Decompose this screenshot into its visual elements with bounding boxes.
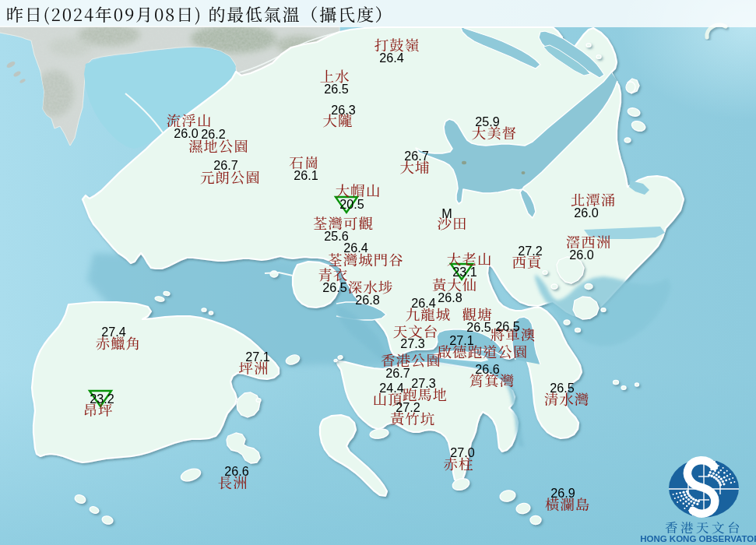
svg-text:27.1: 27.1 — [245, 350, 270, 364]
svg-text:26.9: 26.9 — [550, 486, 575, 500]
svg-text:26.5: 26.5 — [324, 82, 349, 96]
svg-text:27.3: 27.3 — [411, 376, 436, 390]
svg-text:26.5: 26.5 — [495, 319, 520, 333]
svg-text:27.4: 27.4 — [101, 325, 126, 339]
svg-text:27.2: 27.2 — [518, 244, 543, 258]
svg-text:26.8: 26.8 — [355, 293, 380, 307]
svg-text:27.0: 27.0 — [450, 445, 475, 459]
svg-text:26.0: 26.0 — [574, 206, 599, 220]
svg-text:26.4: 26.4 — [411, 296, 436, 310]
svg-text:26.5: 26.5 — [550, 381, 575, 395]
svg-text:27.1: 27.1 — [449, 333, 474, 347]
svg-text:HONG KONG OBSERVATORY: HONG KONG OBSERVATORY — [640, 534, 756, 543]
svg-text:昨日(2024年09月08日) 的最低氣溫（攝氏度）: 昨日(2024年09月08日) 的最低氣溫（攝氏度） — [6, 2, 393, 26]
svg-text:26.4: 26.4 — [379, 51, 404, 65]
svg-text:M: M — [441, 206, 452, 220]
svg-text:23.2: 23.2 — [90, 392, 114, 406]
svg-text:27.2: 27.2 — [396, 400, 420, 414]
svg-text:26.6: 26.6 — [475, 362, 500, 376]
svg-text:27.3: 27.3 — [400, 336, 425, 350]
svg-text:26.1: 26.1 — [294, 168, 318, 182]
svg-text:26.7: 26.7 — [385, 366, 410, 380]
svg-text:25.9: 25.9 — [475, 114, 500, 128]
svg-text:26.7: 26.7 — [404, 149, 429, 163]
svg-text:26.5: 26.5 — [322, 280, 347, 294]
svg-text:24.4: 24.4 — [379, 381, 404, 395]
svg-text:26.7: 26.7 — [213, 158, 238, 172]
svg-text:26.2: 26.2 — [201, 127, 226, 141]
svg-text:26.4: 26.4 — [343, 241, 368, 255]
svg-text:26.5: 26.5 — [466, 320, 491, 334]
svg-text:26.6: 26.6 — [224, 464, 249, 478]
svg-text:26.0: 26.0 — [569, 248, 594, 262]
svg-text:26.8: 26.8 — [438, 290, 462, 304]
svg-text:26.3: 26.3 — [331, 103, 356, 117]
svg-text:20.5: 20.5 — [339, 197, 364, 211]
